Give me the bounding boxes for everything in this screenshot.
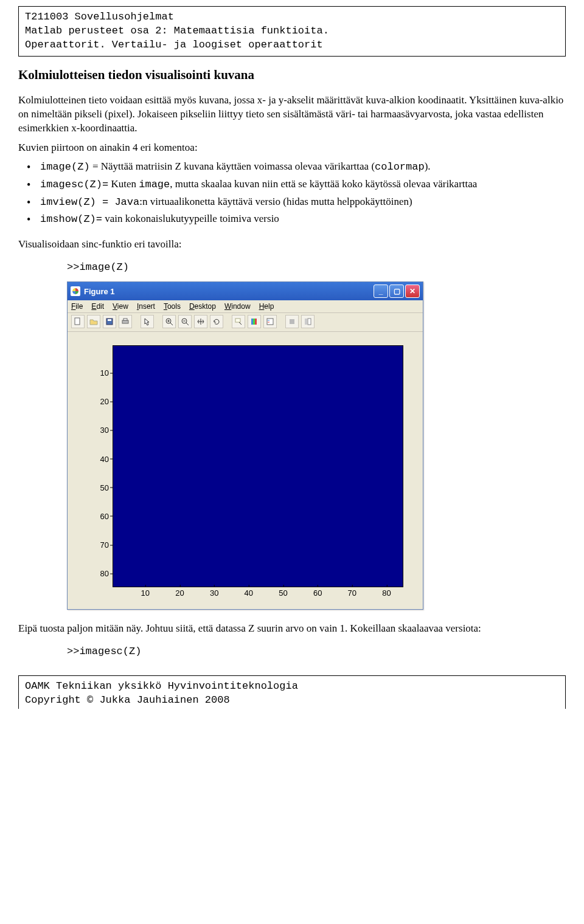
command-1: >>image(Z) [67, 261, 566, 273]
svg-line-13 [239, 322, 242, 325]
pointer-icon[interactable] [141, 315, 154, 328]
zoom-out-icon[interactable] [178, 315, 192, 328]
list-item: imagesc(Z)= Kuten image, mutta skaalaa k… [40, 178, 566, 192]
svg-line-6 [170, 323, 173, 325]
svg-rect-21 [305, 319, 307, 325]
zoom-in-icon[interactable] [162, 315, 176, 328]
command-list: image(Z) = Näyttää matriisin Z kuvana kä… [18, 160, 566, 227]
x-tick: 60 [313, 588, 322, 598]
paragraph-3: Eipä tuosta paljon mitään näy. Johtuu si… [18, 622, 566, 636]
command-2: >>imagesc(Z) [67, 646, 566, 657]
menu-desktop[interactable]: Desktop [189, 302, 216, 311]
svg-rect-4 [123, 319, 127, 320]
header-line-3: Operaattorit. Vertailu- ja loogiset oper… [25, 38, 559, 52]
x-tick: 40 [245, 588, 253, 598]
svg-rect-20 [290, 319, 294, 324]
x-tick: 50 [279, 588, 287, 598]
matlab-figure-window: Figure 1 _ ▢ ✕ File Edit View Insert Too… [67, 281, 423, 610]
legend-icon[interactable] [263, 315, 277, 328]
x-tick: 80 [382, 588, 391, 598]
menu-view[interactable]: View [113, 302, 128, 311]
pan-icon[interactable] [194, 315, 207, 328]
header-line-1: T211003 Sovellusohjelmat [25, 10, 559, 24]
toolbar [68, 313, 423, 332]
x-tick: 10 [141, 588, 150, 598]
save-icon[interactable] [103, 315, 116, 328]
maximize-button[interactable]: ▢ [389, 284, 404, 298]
svg-rect-0 [75, 318, 80, 325]
svg-rect-2 [108, 319, 111, 321]
axes-image[interactable] [113, 345, 403, 587]
y-tick: 60 [76, 511, 109, 520]
header-line-2: Matlab perusteet osa 2: Matemaattisia fu… [25, 24, 559, 38]
svg-rect-17 [267, 319, 273, 325]
menu-edit[interactable]: Edit [91, 302, 104, 311]
paragraph-1: Kolmiulotteinen tieto voidaan esittää my… [18, 94, 566, 136]
x-tick: 30 [210, 588, 218, 598]
svg-rect-14 [251, 319, 253, 325]
y-tick: 70 [76, 540, 109, 550]
y-tick: 40 [76, 454, 109, 463]
show-tools-icon[interactable] [301, 315, 315, 328]
svg-rect-15 [253, 319, 255, 325]
menubar: File Edit View Insert Tools Desktop Wind… [68, 300, 423, 313]
menu-window[interactable]: Window [224, 302, 251, 311]
x-tick: 20 [175, 588, 184, 598]
titlebar[interactable]: Figure 1 _ ▢ ✕ [68, 282, 423, 300]
paragraph-2: Visualisoidaan sinc-funktio eri tavoilla… [18, 238, 566, 252]
svg-rect-3 [122, 320, 128, 323]
list-item: imview(Z) = Java:n virtuaalikonetta käyt… [40, 195, 566, 210]
menu-help[interactable]: Help [259, 302, 274, 311]
svg-rect-22 [308, 319, 311, 325]
footer-line-2: Copyright © Jukka Jauhiainen 2008 [25, 694, 559, 708]
y-tick: 80 [76, 569, 109, 578]
svg-rect-16 [255, 319, 257, 325]
y-tick: 50 [76, 483, 109, 492]
hide-tools-icon[interactable] [285, 315, 299, 328]
open-icon[interactable] [87, 315, 100, 328]
new-figure-icon[interactable] [71, 315, 85, 328]
list-item: image(Z) = Näyttää matriisin Z kuvana kä… [40, 160, 566, 174]
rotate-icon[interactable] [210, 315, 223, 328]
y-tick: 10 [76, 368, 109, 378]
y-tick: 20 [76, 397, 109, 406]
menu-tools[interactable]: Tools [164, 302, 181, 311]
y-tick: 30 [76, 426, 109, 435]
page-footer-box: OAMK Tekniikan yksikkö Hyvinvointiteknol… [18, 675, 566, 709]
window-title: Figure 1 [84, 287, 115, 296]
colorbar-icon[interactable] [248, 315, 261, 328]
list-intro: Kuvien piirtoon on ainakin 4 eri komento… [18, 142, 566, 154]
plot-area: 10 20 30 40 50 60 70 80 10 20 30 40 50 6… [68, 332, 423, 609]
print-icon[interactable] [119, 315, 132, 328]
menu-file[interactable]: File [71, 302, 83, 311]
list-item: imshow(Z)= vain kokonaislukutyypeille to… [40, 212, 566, 227]
svg-line-10 [186, 323, 189, 325]
menu-insert[interactable]: Insert [137, 302, 155, 311]
svg-rect-12 [235, 319, 240, 322]
minimize-button[interactable]: _ [374, 284, 388, 298]
footer-line-1: OAMK Tekniikan yksikkö Hyvinvointiteknol… [25, 680, 559, 694]
data-cursor-icon[interactable] [232, 315, 245, 328]
close-button[interactable]: ✕ [405, 284, 420, 298]
x-tick: 70 [348, 588, 356, 598]
matlab-icon [71, 286, 80, 296]
page-header-box: T211003 Sovellusohjelmat Matlab perustee… [18, 6, 566, 57]
section-title: Kolmiulotteisen tiedon visualisointi kuv… [18, 67, 566, 83]
